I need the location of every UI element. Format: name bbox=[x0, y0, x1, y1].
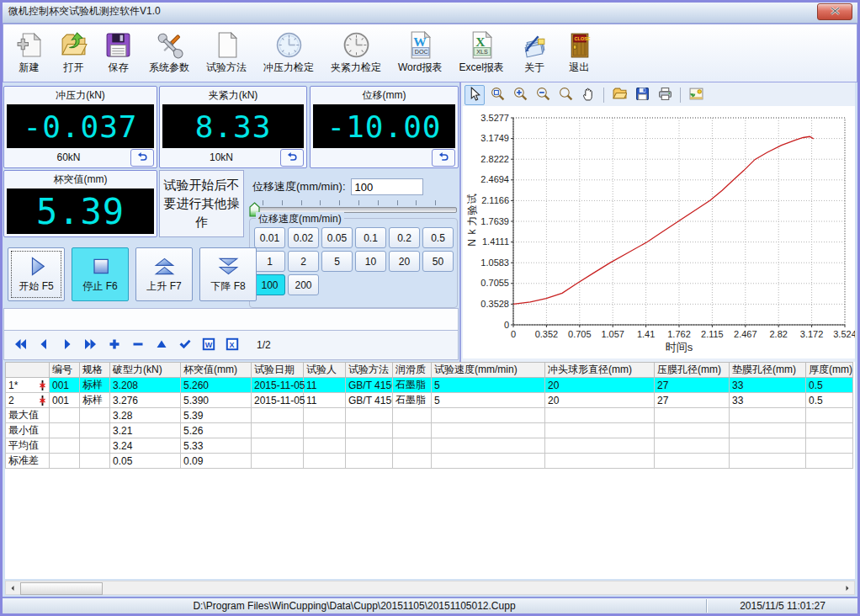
nav-post-icon bbox=[178, 337, 192, 353]
status-datetime: 2015/11/5 11:01:27 bbox=[708, 600, 857, 612]
column-header: 试验方法 bbox=[346, 363, 393, 378]
column-header: 破型力(kN) bbox=[110, 363, 181, 378]
chart-y-axis-label: 试验力kN bbox=[467, 194, 477, 248]
toolbar-button-word-report[interactable]: WDOCWord报表 bbox=[390, 24, 450, 82]
speed-option-2[interactable]: 2 bbox=[288, 251, 319, 272]
speed-option-0.5[interactable]: 0.5 bbox=[422, 227, 454, 248]
nav-insert-icon bbox=[108, 337, 121, 353]
speed-option-0.05[interactable]: 0.05 bbox=[321, 227, 353, 248]
chart-toolbar bbox=[465, 85, 706, 105]
punch-force-zero-button[interactable] bbox=[130, 149, 154, 167]
toolbar-button-punch-force-calibration[interactable]: 冲压力检定 bbox=[255, 24, 322, 82]
toolbar-button-excel-report[interactable]: XXLSExcel报表 bbox=[450, 24, 512, 82]
chart-tool-zoom-out-button[interactable] bbox=[533, 85, 553, 105]
nav-edit-icon bbox=[155, 337, 168, 353]
scroll-right-icon[interactable] bbox=[841, 581, 854, 594]
speed-input[interactable] bbox=[351, 178, 423, 195]
start-button[interactable]: 开始 F5 bbox=[8, 247, 65, 301]
table-row[interactable]: 2001标样3.2765.3902015-11-0511GB/T 4156-石墨… bbox=[6, 393, 853, 408]
speed-option-200[interactable]: 200 bbox=[288, 274, 319, 295]
svg-text:2.115: 2.115 bbox=[701, 329, 724, 339]
speed-option-0.02[interactable]: 0.02 bbox=[288, 227, 319, 248]
nav-excel-button[interactable]: X bbox=[221, 334, 242, 356]
toolbar-button-open[interactable]: 打开 bbox=[51, 24, 96, 82]
cursor-icon bbox=[468, 87, 482, 104]
left-bottom-panel bbox=[3, 308, 459, 331]
stop-icon bbox=[90, 256, 111, 277]
horizontal-scrollbar[interactable] bbox=[5, 581, 855, 595]
nav-post-button[interactable] bbox=[174, 334, 195, 356]
column-header: 冲头球形直径(mm) bbox=[545, 363, 655, 378]
toolbar-button-system-params[interactable]: 系统参数 bbox=[141, 24, 198, 82]
chart-tool-export-image-button[interactable] bbox=[686, 85, 706, 105]
results-table: 编号规格破型力(kN)杯突值(mm)试验日期试验人试验方法润滑质试验速度(mm/… bbox=[5, 362, 853, 469]
toolbar-button-test-method[interactable]: 试验方法 bbox=[198, 24, 255, 82]
speed-option-0.01[interactable]: 0.01 bbox=[254, 227, 285, 248]
nav-first-button[interactable] bbox=[9, 334, 30, 356]
zoom-window-icon bbox=[491, 87, 505, 104]
toolbar-button-exit[interactable]: CLOSE退出 bbox=[557, 24, 602, 82]
stop-button[interactable]: 停止 F6 bbox=[72, 247, 129, 301]
svg-text:2.4694: 2.4694 bbox=[480, 174, 509, 184]
clamp-force-display: 夹紧力(kN) 8.33 10kN bbox=[159, 86, 307, 168]
stats-row: 最小值3.215.26 bbox=[6, 423, 853, 438]
speed-group-title: 位移速度(mm/min) bbox=[256, 212, 344, 226]
chart-tool-print-button[interactable] bbox=[655, 85, 675, 105]
nav-insert-button[interactable] bbox=[104, 334, 125, 356]
window-close-button[interactable] bbox=[817, 3, 852, 20]
chart-panel: 00.3520.7051.0571.411.7622.1152.4672.823… bbox=[459, 82, 855, 362]
speed-option-0.2[interactable]: 0.2 bbox=[389, 227, 420, 248]
chart-tool-cursor-button[interactable] bbox=[465, 85, 485, 105]
column-header: 编号 bbox=[50, 363, 80, 378]
nav-next-button[interactable] bbox=[56, 334, 77, 356]
nav-delete-button[interactable] bbox=[127, 334, 148, 356]
speed-option-1[interactable]: 1 bbox=[254, 251, 285, 272]
chart-tool-zoom-window-button[interactable] bbox=[487, 85, 507, 105]
speed-option-50[interactable]: 50 bbox=[422, 251, 454, 272]
speed-option-5[interactable]: 5 bbox=[321, 251, 353, 272]
force-time-chart[interactable]: 00.3520.7051.0571.411.7622.1152.4672.823… bbox=[463, 106, 855, 357]
stats-cup-value: 5.26 bbox=[181, 423, 252, 438]
operation-warning: 试验开始后不要进行其他操作 bbox=[159, 170, 244, 237]
svg-text:0: 0 bbox=[511, 329, 516, 339]
toolbar-button-save[interactable]: 保存 bbox=[96, 24, 141, 82]
chart-tool-save-curve-button[interactable] bbox=[632, 85, 652, 105]
nav-prev-icon bbox=[37, 337, 50, 353]
displacement-zero-button[interactable] bbox=[432, 149, 455, 167]
chart-tool-open-curve-button[interactable] bbox=[609, 85, 629, 105]
svg-text:0.3528: 0.3528 bbox=[480, 299, 509, 309]
scroll-left-icon[interactable] bbox=[6, 581, 19, 594]
chart-tool-magnify-button[interactable] bbox=[555, 85, 576, 105]
excel-xls-icon: XXLS bbox=[468, 31, 496, 59]
clamp-force-zero-button[interactable] bbox=[280, 149, 304, 167]
toolbar-button-new[interactable]: 新建 bbox=[7, 24, 51, 82]
svg-text:2.8222: 2.8222 bbox=[480, 154, 509, 164]
up-button[interactable]: 上升 F7 bbox=[135, 247, 193, 301]
toolbar-label-punch-force-calibration: 冲压力检定 bbox=[263, 61, 314, 75]
chart-tool-pan-button[interactable] bbox=[578, 85, 598, 105]
nav-prev-button[interactable] bbox=[33, 334, 54, 356]
speed-option-20[interactable]: 20 bbox=[389, 251, 420, 272]
app-window: 微机控制杯突试验机测控软件V1.0 新建打开保存系统参数试验方法冲压力检定夹紧力… bbox=[0, 0, 860, 616]
speed-option-0.1[interactable]: 0.1 bbox=[355, 227, 386, 248]
toolbar-label-about: 关于 bbox=[524, 61, 544, 75]
chart-tool-zoom-in-button[interactable] bbox=[510, 85, 530, 105]
speed-options-grid: 0.010.020.050.10.20.5125102050100200 bbox=[254, 227, 454, 295]
svg-text:3.1749: 3.1749 bbox=[480, 133, 509, 143]
toolbar-button-about[interactable]: 关于 bbox=[512, 24, 557, 82]
speed-option-100[interactable]: 100 bbox=[254, 274, 285, 295]
chart-box: 00.3520.7051.0571.411.7622.1152.4672.823… bbox=[463, 106, 855, 358]
nav-edit-button[interactable] bbox=[151, 334, 172, 356]
control-buttons: 开始 F5停止 F6上升 F7下降 F8 bbox=[8, 247, 257, 301]
nav-word-button[interactable]: W bbox=[198, 334, 219, 356]
nav-last-button[interactable] bbox=[80, 334, 101, 356]
stats-cup-value: 5.33 bbox=[181, 438, 252, 454]
down-button[interactable]: 下降 F8 bbox=[199, 247, 257, 301]
table-row[interactable]: 1*001标样3.2085.2602015-11-0511GB/T 4156-石… bbox=[6, 378, 853, 393]
speed-option-10[interactable]: 10 bbox=[355, 251, 386, 272]
scrollbar-thumb[interactable] bbox=[20, 582, 103, 595]
svg-text:2.467: 2.467 bbox=[734, 329, 757, 339]
toolbar-button-clamp-force-calibration[interactable]: 夹紧力检定 bbox=[322, 24, 390, 82]
row-number: 2 bbox=[8, 395, 14, 406]
status-file-path: D:\Program Files\WinCupping\Data\Cupp\20… bbox=[3, 600, 706, 612]
